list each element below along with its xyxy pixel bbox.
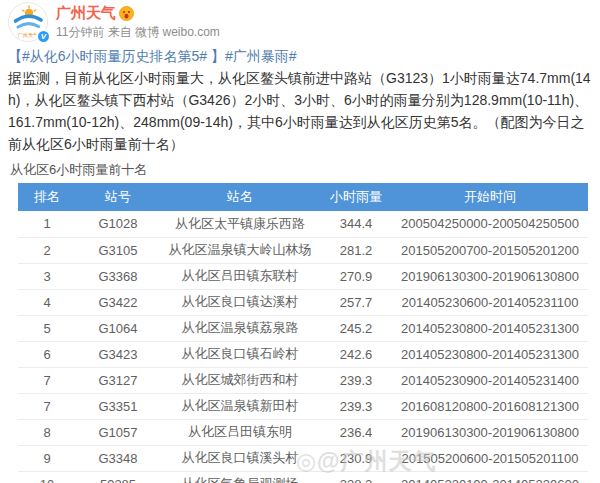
post-from-label: 来自 xyxy=(108,25,132,39)
shocked-face-emoji-icon xyxy=(119,6,134,21)
table-cell: G3368 xyxy=(76,263,160,289)
table-cell: 270.9 xyxy=(320,263,392,289)
table-cell: 201505200600-201505201100 xyxy=(392,445,588,471)
table-row: 6G3423从化区良口镇石岭村242.6201405230800-2014052… xyxy=(18,341,588,367)
table-cell: G1057 xyxy=(76,419,160,445)
table-cell: 从化区吕田镇东联村 xyxy=(160,263,320,289)
table-cell: 228.3 xyxy=(320,471,392,483)
table-cell: 从化区良口镇达溪村 xyxy=(160,289,320,315)
table-cell: 242.6 xyxy=(320,341,392,367)
table-row: 8G1057从化区吕田镇东明236.4201906130300-20190613… xyxy=(18,419,588,445)
table-cell: 201906130300-201906130800 xyxy=(392,263,588,289)
table-body: 1G1028从化区太平镇康乐西路344.4200504250000-200504… xyxy=(18,211,588,483)
table-row: 1059285从化区气象局观测场228.3201405230100-201405… xyxy=(18,471,588,483)
table-cell: 从化区温泉镇新田村 xyxy=(160,393,320,419)
post-time[interactable]: 11分钟前 xyxy=(56,25,104,39)
table-cell: 8 xyxy=(18,419,76,445)
user-name[interactable]: 广州天气 xyxy=(56,4,116,23)
table-cell: 201405230100-201405230600 xyxy=(392,471,588,483)
table-cell: 从化区良口镇溪头村 xyxy=(160,445,320,471)
weibo-post: 广州天气 V 广州天气 11分钟前 来自 微博 weibo.com 【#从化6小… xyxy=(0,0,600,483)
table-cell: 7 xyxy=(18,393,76,419)
table-cell: 257.7 xyxy=(320,289,392,315)
hashtag-link-rainstorm[interactable]: #广州暴雨# xyxy=(225,48,297,64)
table-cell: 239.3 xyxy=(320,393,392,419)
table-cell: G3105 xyxy=(76,237,160,263)
table-row: 5G1064从化区温泉镇荔泉路245.2201405230800-2014052… xyxy=(18,315,588,341)
table-cell: G3127 xyxy=(76,367,160,393)
table-row: 7G3351从化区温泉镇新田村239.3201608120800-2016081… xyxy=(18,393,588,419)
table-cell: 从化区城郊街西和村 xyxy=(160,367,320,393)
table-cell: 5 xyxy=(18,315,76,341)
table-cell: 201405230900-201405231400 xyxy=(392,367,588,393)
table-cell: 201608120800-201608121300 xyxy=(392,393,588,419)
table-cell: 从化区太平镇康乐西路 xyxy=(160,211,320,237)
table-cell: 201505200700-201505201200 xyxy=(392,237,588,263)
avatar[interactable]: 广州天气 V xyxy=(8,2,48,42)
column-header: 站号 xyxy=(76,183,160,211)
table-cell: 6 xyxy=(18,341,76,367)
user-line: 广州天气 xyxy=(56,2,592,22)
table-cell: 281.2 xyxy=(320,237,392,263)
table-cell: G3351 xyxy=(76,393,160,419)
table-row: 9G3348从化区良口镇溪头村230.9201505200600-2015052… xyxy=(18,445,588,471)
table-cell: 59285 xyxy=(76,471,160,483)
column-header: 排名 xyxy=(18,183,76,211)
table-cell: 245.2 xyxy=(320,315,392,341)
table-cell: 230.9 xyxy=(320,445,392,471)
table-row: 3G3368从化区吕田镇东联村270.9201906130300-2019061… xyxy=(18,263,588,289)
post-source-link[interactable]: 微博 weibo.com xyxy=(135,25,220,39)
table-cell: G3423 xyxy=(76,341,160,367)
column-header: 站名 xyxy=(160,183,320,211)
table-cell: 2 xyxy=(18,237,76,263)
table-cell: 3 xyxy=(18,263,76,289)
table-cell: 201405230800-201405231300 xyxy=(392,315,588,341)
table-row: 1G1028从化区太平镇康乐西路344.4200504250000-200504… xyxy=(18,211,588,237)
table-cell: G1028 xyxy=(76,211,160,237)
table-row: 2G3105从化区温泉镇大岭山林场281.2201505200700-20150… xyxy=(18,237,588,263)
table-cell: G1064 xyxy=(76,315,160,341)
rainfall-table: 排名站号站名小时雨量开始时间 1G1028从化区太平镇康乐西路344.42005… xyxy=(18,183,588,483)
table-cell: 从化区气象局观测场 xyxy=(160,471,320,483)
table-title: 从化区6小时雨量前十名 xyxy=(10,161,600,178)
table-cell: 7 xyxy=(18,367,76,393)
table-cell: 200504250000-200504250500 xyxy=(392,211,588,237)
post-meta: 11分钟前 来自 微博 weibo.com xyxy=(56,24,592,41)
table-cell: 从化区温泉镇大岭山林场 xyxy=(160,237,320,263)
table-head: 排名站号站名小时雨量开始时间 xyxy=(18,183,588,211)
table-cell: 9 xyxy=(18,445,76,471)
table-cell: 201405230800-201405231300 xyxy=(392,341,588,367)
table-cell: 从化区吕田镇东明 xyxy=(160,419,320,445)
table-row: 7G3127从化区城郊街西和村239.3201405230900-2014052… xyxy=(18,367,588,393)
table-cell: 从化区良口镇石岭村 xyxy=(160,341,320,367)
hashtag-link-ranking[interactable]: 【#从化6小时雨量历史排名第5# 】 xyxy=(8,48,225,64)
table-row: 4G3422从化区良口镇达溪村257.7201405230600-2014052… xyxy=(18,289,588,315)
table-cell: 10 xyxy=(18,471,76,483)
column-header: 小时雨量 xyxy=(320,183,392,211)
table-cell: 201906130300-201906130800 xyxy=(392,419,588,445)
table-cell: 1 xyxy=(18,211,76,237)
column-header: 开始时间 xyxy=(392,183,588,211)
post-header: 广州天气 V 广州天气 11分钟前 来自 微博 weibo.com xyxy=(0,0,600,42)
table-cell: G3348 xyxy=(76,445,160,471)
table-cell: 4 xyxy=(18,289,76,315)
table-cell: 344.4 xyxy=(320,211,392,237)
table-header-row: 排名站号站名小时雨量开始时间 xyxy=(18,183,588,211)
post-text: 【#从化6小时雨量历史排名第5# 】#广州暴雨# 据监测，目前从化区小时雨量大，… xyxy=(8,45,594,155)
table-cell: 从化区温泉镇荔泉路 xyxy=(160,315,320,341)
table-cell: 236.4 xyxy=(320,419,392,445)
verified-badge-icon: V xyxy=(36,29,51,44)
table-cell: 239.3 xyxy=(320,367,392,393)
table-cell: 201405230600-201405231100 xyxy=(392,289,588,315)
post-body: 据监测，目前从化区小时雨量大，从化区鳌头镇前进中路站（G3123）1小时雨量达7… xyxy=(8,70,591,152)
table-cell: G3422 xyxy=(76,289,160,315)
